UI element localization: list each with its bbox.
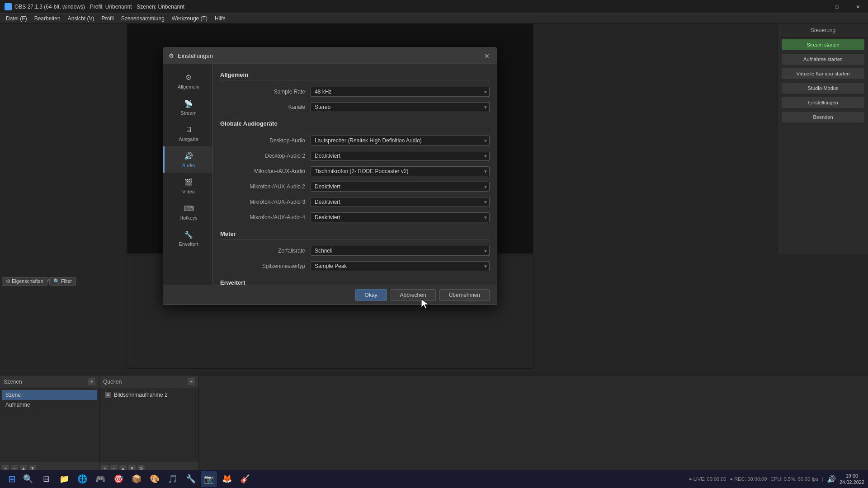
taskbar-app-2[interactable]: 📁 <box>56 471 72 487</box>
section-meter: Meter Zerfallsrate Langsam Mittel Schnel… <box>220 230 490 272</box>
select-sample-rate[interactable]: 44.1 kHz 48 kHz <box>311 87 490 97</box>
okay-button[interactable]: Okay <box>355 289 387 301</box>
maximize-button[interactable]: □ <box>826 0 847 14</box>
control-mik-aux-3: Deaktiviert ▼ <box>311 197 490 207</box>
select-mik-aux-3[interactable]: Deaktiviert <box>311 197 490 207</box>
studio-mode-button[interactable]: Studio-Modus <box>782 83 864 94</box>
select-desktop-audio-2[interactable]: Deaktiviert <box>311 151 490 161</box>
select-desktop-audio[interactable]: Lautsprecher (Realtek High Definition Au… <box>311 136 490 145</box>
row-kanaele: Kanäle Mono Stereo 5.1 7.1 ▼ <box>220 101 490 113</box>
taskbar-app-3[interactable]: 🌐 <box>74 471 90 487</box>
taskbar-date-value: 24.02.2022 <box>840 479 864 485</box>
control-spitzenmessertyp: Sample Peak True Peak ▼ <box>311 261 490 271</box>
virtual-camera-button[interactable]: Virtuelle Kamera starten <box>782 68 864 79</box>
taskbar-app-4[interactable]: 🎮 <box>92 471 108 487</box>
sources-label: Quellen <box>103 379 122 385</box>
control-desktop-audio-2: Deaktiviert ▼ <box>311 151 490 161</box>
select-mik-aux[interactable]: Tischmikrofon (2- RODE Podcaster v2) <box>311 166 490 176</box>
nav-allgemein[interactable]: ⚙ Allgemein <box>163 68 212 94</box>
select-kanaele[interactable]: Mono Stereo 5.1 7.1 <box>311 102 490 112</box>
scenes-panel-header: Szenen + <box>0 375 99 388</box>
uebernehmen-button[interactable]: Übernehmen <box>439 289 490 301</box>
recording-start-button[interactable]: Aufnahme starten <box>782 54 864 65</box>
nav-erweitert-label: Erweitert <box>179 241 198 247</box>
select-spitzenmessertyp[interactable]: Sample Peak True Peak <box>311 261 490 271</box>
taskbar-app-1[interactable]: ⊟ <box>38 471 54 487</box>
dialog-title-icon: ⚙ <box>169 52 174 59</box>
allgemein-icon: ⚙ <box>184 72 193 82</box>
control-kanaele: Mono Stereo 5.1 7.1 ▼ <box>311 102 490 112</box>
settings-dialog: ⚙ Einstellungen ✕ ⚙ Allgemein 📡 Stream 🖥… <box>163 47 497 305</box>
nav-stream-label: Stream <box>180 110 196 116</box>
section-erweitert-title: Erweitert <box>220 279 490 285</box>
label-mik-aux-2: Mikrofon-/AUX-Audio 2 <box>220 183 311 190</box>
taskbar-cpu-status: CPU: 0.5%, 60.00 fps <box>770 476 818 482</box>
properties-button[interactable]: ⚙ Eigenschaften <box>2 277 47 286</box>
title-bar-controls: ─ □ ✕ <box>806 0 868 14</box>
taskbar-app-7[interactable]: 🎨 <box>146 471 163 487</box>
select-wrapper-zerfallsrate: Langsam Mittel Schnell ▼ <box>311 246 490 256</box>
label-sample-rate: Sample Rate <box>220 89 311 95</box>
taskbar-app-12[interactable]: 🎸 <box>237 471 253 487</box>
sources-panel-header: Quellen + <box>99 375 198 388</box>
select-mik-aux-4[interactable]: Deaktiviert <box>311 212 490 222</box>
taskbar-volume-icon[interactable]: 🔊 <box>827 475 836 483</box>
minimize-button[interactable]: ─ <box>806 0 826 14</box>
taskbar-apps: ⊟ 📁 🌐 🎮 🎯 📦 🎨 🎵 🔧 📷 🦊 🎸 <box>38 471 253 487</box>
sources-add-btn[interactable]: + <box>188 378 195 385</box>
start-button[interactable]: ⊞ <box>4 471 20 487</box>
select-mik-aux-2[interactable]: Deaktiviert <box>311 182 490 192</box>
scene-item[interactable]: Aufnahme <box>2 400 97 410</box>
taskbar-app-5[interactable]: 🎯 <box>110 471 127 487</box>
settings-button[interactable]: Einstellungen <box>782 97 864 108</box>
scenes-add-btn[interactable]: + <box>88 378 95 385</box>
nav-audio[interactable]: 🔊 Audio <box>163 146 212 173</box>
select-zerfallsrate[interactable]: Langsam Mittel Schnell <box>311 246 490 256</box>
sources-panel: Quellen + 🖥 Bildschirmaufnahme 2 + − ▲ ▼… <box>99 375 199 474</box>
menu-ansicht[interactable]: Ansicht (V) <box>64 14 98 23</box>
label-kanaele: Kanäle <box>220 104 311 110</box>
nav-video-label: Video <box>182 189 195 194</box>
taskbar-app-6[interactable]: 📦 <box>128 471 145 487</box>
row-zerfallsrate: Zerfallsrate Langsam Mittel Schnell ▼ <box>220 245 490 257</box>
taskbar-app-11[interactable]: 🦊 <box>219 471 235 487</box>
nav-stream[interactable]: 📡 Stream <box>163 94 212 120</box>
section-erweitert: Erweitert Monitoring-Gerät Standard ▼ <box>220 279 490 285</box>
nav-ausgabe-label: Ausgabe <box>179 136 198 142</box>
source-item[interactable]: 🖥 Bildschirmaufnahme 2 <box>101 390 197 400</box>
scene-item[interactable]: Szene <box>2 390 97 400</box>
menu-bearbeiten[interactable]: Bearbeiten <box>31 14 64 23</box>
section-globale-audio: Globale Audiogeräte Desktop-Audio Lautsp… <box>220 120 490 223</box>
nav-erweitert[interactable]: 🔧 Erweitert <box>163 225 212 251</box>
nav-ausgabe[interactable]: 🖥 Ausgabe <box>163 120 212 146</box>
taskbar-app-9[interactable]: 🔧 <box>183 471 199 487</box>
search-button[interactable]: 🔍 <box>20 471 36 487</box>
abbrechen-button[interactable]: Abbrechen <box>391 289 436 301</box>
taskbar-app-obs[interactable]: 📷 <box>201 471 217 487</box>
section-globale-audio-title: Globale Audiogeräte <box>220 120 490 129</box>
row-spitzenmessertyp: Spitzenmessertyp Sample Peak True Peak ▼ <box>220 260 490 272</box>
control-sample-rate: 44.1 kHz 48 kHz ▼ <box>311 87 490 97</box>
menu-werkzeuge[interactable]: Werkzeuge (T) <box>168 14 211 23</box>
dialog-body: ⚙ Allgemein 📡 Stream 🖥 Ausgabe 🔊 Audio 🎬… <box>163 64 497 285</box>
nav-hotkeys[interactable]: ⌨ Hotkeys <box>163 199 212 225</box>
nav-allgemein-label: Allgemein <box>178 84 199 89</box>
menu-hilfe[interactable]: Hilfe <box>211 14 229 23</box>
nav-video[interactable]: 🎬 Video <box>163 173 212 199</box>
dialog-title-text: ⚙ Einstellungen <box>169 52 213 59</box>
menu-profil[interactable]: Profil <box>98 14 117 23</box>
dialog-close-button[interactable]: ✕ <box>482 52 491 61</box>
label-desktop-audio-2: Desktop-Audio 2 <box>220 153 311 159</box>
taskbar-clock: 19:00 24.02.2022 <box>840 473 864 486</box>
control-zerfallsrate: Langsam Mittel Schnell ▼ <box>311 246 490 256</box>
taskbar-app-8[interactable]: 🎵 <box>165 471 181 487</box>
menu-datei[interactable]: Datei (F) <box>2 14 31 23</box>
quit-button[interactable]: Beenden <box>782 112 864 122</box>
stream-start-button[interactable]: Stream starten <box>782 39 864 50</box>
menu-szenensammlung[interactable]: Szenensammlung <box>118 14 168 23</box>
taskbar-right: ● LIVE: 00:00:00 ● REC: 00:00:00 CPU: 0.… <box>689 473 864 486</box>
close-button[interactable]: ✕ <box>847 0 868 14</box>
settings-nav: ⚙ Allgemein 📡 Stream 🖥 Ausgabe 🔊 Audio 🎬… <box>163 64 213 285</box>
ausgabe-icon: 🖥 <box>184 125 193 135</box>
filter-button[interactable]: 🔍 Filter <box>49 277 76 286</box>
